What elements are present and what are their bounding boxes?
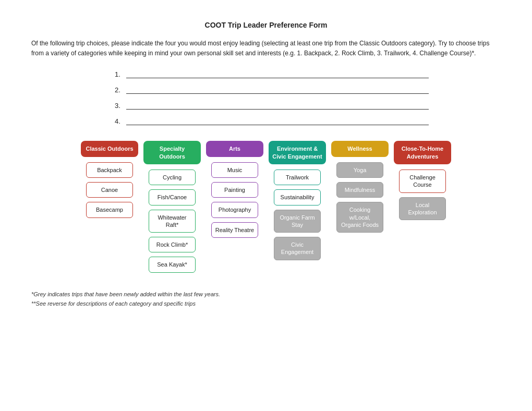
trip-box-organic-farm-stay[interactable]: Organic Farm Stay — [274, 210, 321, 233]
trip-box-photography[interactable]: Photography — [211, 202, 258, 217]
trip-box-challenge-course[interactable]: Challenge Course — [399, 170, 446, 193]
category-header-environment: Environment & Civic Engagement — [269, 141, 326, 164]
input-line-rule[interactable] — [126, 117, 429, 125]
input-line-rule[interactable] — [126, 86, 429, 94]
category-column-environment: Environment & Civic EngagementTrailworkS… — [269, 141, 326, 264]
input-line: 4. — [115, 117, 501, 125]
input-line-rule[interactable] — [126, 101, 429, 110]
category-header-arts: Arts — [206, 141, 263, 156]
trip-box-canoe[interactable]: Canoe — [86, 182, 133, 198]
trip-box-basecamp[interactable]: Basecamp — [86, 202, 133, 217]
trip-box-local-exploration[interactable]: Local Exploration — [399, 197, 446, 221]
input-line-rule[interactable] — [126, 70, 429, 78]
input-line: 3. — [115, 101, 501, 110]
input-lines-section: 1. 2. 3. 4. — [115, 70, 501, 125]
trip-box-fish-canoe[interactable]: Fish/Canoe — [149, 189, 196, 205]
category-column-arts: ArtsMusicPaintingPhotographyReality Thea… — [206, 141, 263, 241]
footnote: **See reverse for descriptions of each c… — [31, 299, 501, 309]
category-column-classic: Classic OutdoorsBackpackCanoeBasecamp — [81, 141, 138, 222]
category-header-close: Close-To-Home Adventures — [394, 141, 451, 164]
trip-box-cycling[interactable]: Cycling — [149, 170, 196, 185]
trip-box-yoga[interactable]: Yoga — [336, 162, 383, 178]
chart-area: Classic OutdoorsBackpackCanoeBasecampSpe… — [31, 141, 501, 276]
trip-box-reality-theatre[interactable]: Reality Theatre — [211, 222, 258, 238]
trip-box-whitewater-raft-[interactable]: Whitewater Raft* — [149, 210, 196, 233]
trip-box-trailwork[interactable]: Trailwork — [274, 170, 321, 185]
trip-box-civic-engagement[interactable]: Civic Engagement — [274, 237, 321, 260]
page-title: COOT Trip Leader Preference Form — [31, 21, 501, 29]
trip-box-music[interactable]: Music — [211, 162, 258, 178]
footnotes: *Grey indicates trips that have been new… — [31, 289, 501, 309]
category-header-specialty: Specialty Outdoors — [143, 141, 201, 164]
trip-box-sustainability[interactable]: Sustainability — [274, 189, 321, 205]
trip-box-sea-kayak-[interactable]: Sea Kayak* — [149, 257, 196, 272]
footnote: *Grey indicates trips that have been new… — [31, 289, 501, 299]
input-line-label: 3. — [115, 102, 126, 110]
input-line-label: 2. — [115, 86, 126, 94]
category-header-wellness: Wellness — [331, 141, 389, 156]
trip-box-rock-climb-[interactable]: Rock Climb* — [149, 237, 196, 252]
trip-box-backpack[interactable]: Backpack — [86, 162, 133, 178]
category-header-classic: Classic Outdoors — [81, 141, 138, 156]
intro-text: Of the following trip choices, please in… — [31, 39, 501, 58]
trip-box-painting[interactable]: Painting — [211, 182, 258, 198]
input-line: 2. — [115, 86, 501, 94]
category-column-wellness: WellnessYogaMindfulnessCooking w/Local, … — [331, 141, 389, 237]
input-line-label: 1. — [115, 70, 126, 78]
input-line-label: 4. — [115, 117, 126, 125]
input-line: 1. — [115, 70, 501, 78]
trip-box-cooking-w-local--organic-foods[interactable]: Cooking w/Local, Organic Foods — [336, 202, 383, 233]
trip-box-mindfulness[interactable]: Mindfulness — [336, 182, 383, 198]
category-column-close: Close-To-Home AdventuresChallenge Course… — [394, 141, 451, 224]
category-column-specialty: Specialty OutdoorsCyclingFish/CanoeWhite… — [143, 141, 201, 276]
